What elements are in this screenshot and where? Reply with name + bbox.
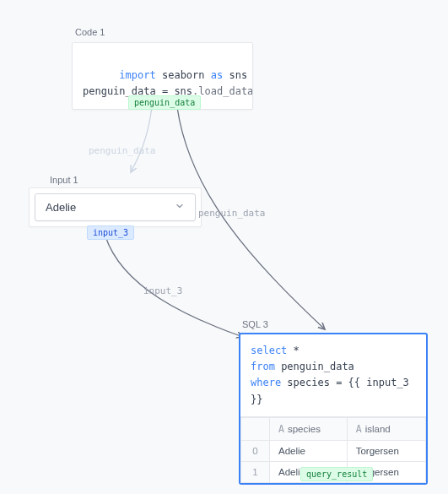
cell-species: Adelie xyxy=(270,440,348,461)
edge-label-input-3: input_3 xyxy=(143,285,182,296)
row-index: 0 xyxy=(241,440,270,461)
input-node-label: Input 1 xyxy=(50,175,78,185)
table-row: 0 Adelie Torgersen xyxy=(241,440,426,461)
edge-label-penguin-data-faded: penguin_data xyxy=(89,145,155,156)
input-output-tag: input_3 xyxy=(87,225,134,240)
code-alias: sns xyxy=(229,69,247,81)
col-index-header xyxy=(241,417,270,440)
code-module: seaborn xyxy=(162,69,205,81)
sql-kw-from: from xyxy=(251,361,275,372)
sql-kw-select: select xyxy=(251,345,287,356)
sql-node[interactable]: select * from penguin_data where species… xyxy=(239,333,428,485)
select-value: Adelie xyxy=(46,201,76,214)
flow-canvas: Code 1 import seaborn as sns penguin_dat… xyxy=(0,0,448,494)
cell-island: Torgersen xyxy=(347,440,425,461)
code-keyword-import: import xyxy=(119,69,155,81)
col-island-header: Aisland xyxy=(347,417,425,440)
row-index: 1 xyxy=(241,461,270,482)
sql-kw-where: where xyxy=(251,377,281,388)
code-output-tag: penguin_data xyxy=(128,95,201,110)
input-node[interactable]: Adelie xyxy=(29,187,202,227)
sql-code-block: select * from penguin_data where species… xyxy=(240,334,426,417)
chevron-down-icon xyxy=(175,201,185,214)
code-keyword-as: as xyxy=(211,69,223,81)
col-species-header: Aspecies xyxy=(270,417,348,440)
sql-node-label: SQL 3 xyxy=(242,319,268,329)
code-node-label: Code 1 xyxy=(75,27,105,37)
sql-output-tag: query_result xyxy=(300,467,373,481)
edge-label-penguin-data: penguin_data xyxy=(198,208,265,219)
species-select[interactable]: Adelie xyxy=(35,193,196,221)
type-icon: A xyxy=(278,423,284,435)
type-icon: A xyxy=(356,423,362,435)
code-call: .load_dataset( xyxy=(192,85,252,97)
